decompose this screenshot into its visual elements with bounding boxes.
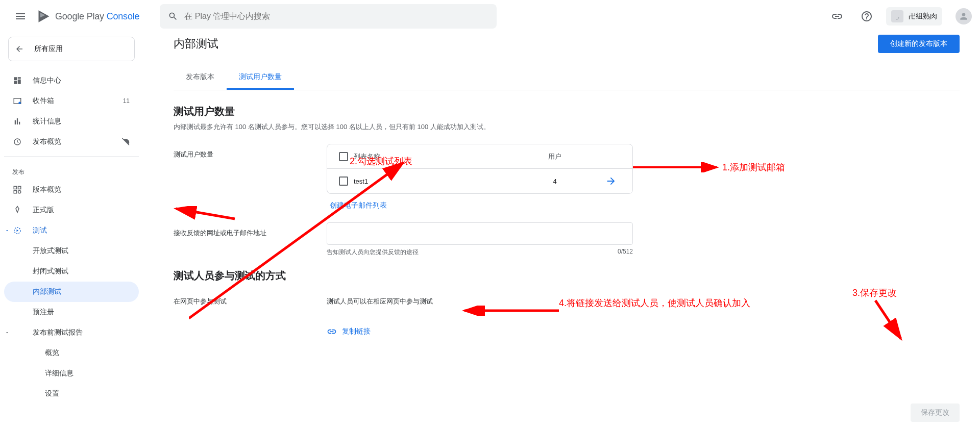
grid-icon bbox=[12, 185, 22, 194]
row-checkbox[interactable] bbox=[339, 176, 348, 186]
person-icon bbox=[959, 11, 969, 21]
help-button[interactable] bbox=[856, 6, 877, 27]
testing-icon bbox=[12, 226, 22, 235]
nav-prelaunch-overview[interactable]: 概览 bbox=[4, 343, 139, 363]
clock-icon bbox=[12, 137, 22, 146]
caret-down-icon bbox=[2, 228, 12, 233]
logo: Google Play Console bbox=[37, 9, 139, 23]
nav-label: 概览 bbox=[45, 348, 59, 358]
table-row: test1 4 bbox=[327, 169, 632, 193]
nav-label: 正式版 bbox=[33, 206, 54, 215]
feedback-url-label: 接收反馈的网址或电子邮件地址 bbox=[174, 222, 327, 238]
nav-label: 预注册 bbox=[33, 308, 54, 317]
inbox-badge: 11 bbox=[123, 97, 130, 105]
nav-label: 发布前测试报告 bbox=[33, 328, 83, 337]
join-method-title: 测试人员参与测试的方式 bbox=[174, 269, 960, 283]
nav-inbox[interactable]: 收件箱 11 bbox=[4, 91, 139, 111]
svg-rect-5 bbox=[18, 186, 21, 189]
help-icon bbox=[861, 10, 873, 22]
nav-label: 详细信息 bbox=[45, 369, 74, 378]
back-label: 所有应用 bbox=[34, 44, 63, 54]
link-button[interactable] bbox=[827, 6, 847, 27]
search-icon bbox=[168, 11, 178, 21]
nav-stats[interactable]: 统计信息 bbox=[4, 111, 139, 132]
app-icon: ◞ bbox=[891, 10, 903, 22]
testers-label: 测试用户数量 bbox=[174, 144, 327, 159]
web-join-description: 测试人员可以在相应网页中参与测试 bbox=[327, 291, 633, 306]
col-header-users: 用户 bbox=[514, 152, 596, 161]
rocket-icon bbox=[12, 206, 22, 215]
page-title: 内部测试 bbox=[174, 36, 218, 52]
hamburger-menu-button[interactable] bbox=[8, 4, 33, 29]
tabs: 发布版本 测试用户数量 bbox=[174, 65, 960, 90]
logo-text-prefix: Google Play bbox=[55, 11, 107, 21]
managed-publishing-off-icon bbox=[121, 137, 131, 147]
nav-label: 封闭式测试 bbox=[33, 267, 68, 276]
nav-prelaunch-details[interactable]: 详细信息 bbox=[4, 363, 139, 384]
user-avatar[interactable] bbox=[955, 8, 972, 24]
play-console-icon bbox=[37, 9, 51, 23]
inbox-icon bbox=[12, 96, 22, 106]
app-name: 卍组熟肉 bbox=[909, 12, 937, 21]
search-box[interactable] bbox=[160, 4, 497, 29]
arrow-left-icon bbox=[15, 44, 24, 54]
tab-releases[interactable]: 发布版本 bbox=[174, 65, 227, 90]
nav-label: 开放式测试 bbox=[33, 246, 68, 256]
nav-label: 统计信息 bbox=[33, 117, 61, 126]
arrow-right-icon bbox=[605, 175, 617, 187]
nav-label: 内部测试 bbox=[33, 287, 61, 296]
section-title: 测试用户数量 bbox=[174, 105, 960, 118]
feedback-helper: 告知测试人员向您提供反馈的途径 bbox=[327, 248, 419, 257]
link-icon bbox=[831, 10, 843, 22]
app-switcher[interactable]: ◞ 卍组熟肉 bbox=[886, 7, 942, 26]
stats-icon bbox=[12, 117, 22, 126]
tab-testers[interactable]: 测试用户数量 bbox=[227, 65, 294, 90]
nav-prelaunch-report[interactable]: 发布前测试报告 bbox=[4, 322, 139, 343]
nav-testing[interactable]: 测试 bbox=[4, 220, 139, 241]
svg-rect-6 bbox=[14, 191, 16, 193]
nav-label: 发布概览 bbox=[33, 137, 61, 146]
nav-closed-testing[interactable]: 封闭式测试 bbox=[4, 261, 139, 282]
nav-open-testing[interactable]: 开放式测试 bbox=[4, 241, 139, 261]
create-email-list-link[interactable]: 创建电子邮件列表 bbox=[327, 194, 387, 210]
logo-text-suffix: Console bbox=[107, 11, 140, 21]
feedback-char-counter: 0/512 bbox=[618, 248, 633, 257]
dashboard-icon bbox=[12, 76, 22, 85]
caret-down-icon bbox=[2, 330, 12, 335]
create-release-button[interactable]: 创建新的发布版本 bbox=[878, 35, 960, 53]
nav-dashboard[interactable]: 信息中心 bbox=[4, 70, 139, 91]
nav-production[interactable]: 正式版 bbox=[4, 200, 139, 220]
nav-internal-testing[interactable]: 内部测试 bbox=[4, 282, 139, 302]
copy-link-label: 复制链接 bbox=[342, 327, 371, 336]
nav-release-overview[interactable]: 版本概览 bbox=[4, 180, 139, 200]
svg-point-7 bbox=[18, 191, 21, 193]
link-icon bbox=[327, 326, 337, 337]
svg-point-2 bbox=[18, 102, 21, 105]
svg-marker-0 bbox=[39, 10, 50, 22]
nav-label: 信息中心 bbox=[33, 76, 61, 85]
nav-label: 测试 bbox=[33, 226, 47, 235]
list-name: test1 bbox=[354, 178, 514, 185]
save-button[interactable]: 保存更改 bbox=[911, 403, 960, 422]
select-all-checkbox[interactable] bbox=[339, 152, 348, 161]
nav-pre-registration[interactable]: 预注册 bbox=[4, 302, 139, 322]
tester-lists-table: 列表名称 用户 test1 4 bbox=[327, 144, 633, 194]
web-join-label: 在网页中参与测试 bbox=[174, 291, 327, 306]
nav-label: 版本概览 bbox=[33, 185, 61, 194]
col-header-name: 列表名称 bbox=[354, 152, 514, 161]
copy-link-button[interactable]: 复制链接 bbox=[327, 326, 633, 337]
svg-rect-4 bbox=[14, 186, 16, 189]
section-description: 内部测试最多允许有 100 名测试人员参与。您可以选择 100 名以上人员，但只… bbox=[174, 122, 960, 132]
back-to-all-apps[interactable]: 所有应用 bbox=[8, 37, 135, 61]
nav-label: 收件箱 bbox=[33, 96, 54, 106]
edit-list-button[interactable] bbox=[601, 171, 621, 191]
svg-line-11 bbox=[176, 209, 235, 219]
footer-bar: 保存更改 bbox=[0, 396, 980, 429]
feedback-url-input[interactable] bbox=[327, 222, 633, 245]
hamburger-icon bbox=[14, 10, 27, 22]
search-input[interactable] bbox=[184, 12, 488, 21]
nav-publishing-overview[interactable]: 发布概览 bbox=[4, 132, 139, 152]
nav-section-publish: 发布 bbox=[4, 161, 139, 180]
list-user-count: 4 bbox=[514, 178, 596, 185]
